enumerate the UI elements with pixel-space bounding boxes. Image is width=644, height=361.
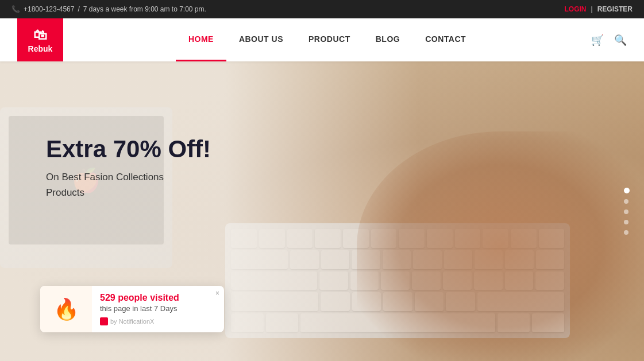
top-bar-right: LOGIN | REGISTER — [565, 5, 633, 13]
nav-icons: 🛒 🔍 — [591, 34, 627, 46]
header: 🛍 Rebuk HOME ABOUT US PRODUCT BLOG CONTA… — [0, 18, 644, 61]
login-link[interactable]: LOGIN — [565, 5, 587, 13]
logo-icon: 🛍 — [33, 27, 47, 43]
notification-count-text: 529 people visited — [100, 293, 216, 303]
phone-number: +1800-123-4567 — [24, 5, 74, 13]
main-nav: HOME ABOUT US PRODUCT BLOG CONTACT — [176, 18, 479, 61]
hand-decoration — [357, 131, 644, 361]
divider: / — [78, 5, 79, 13]
nav-contact[interactable]: CONTACT — [412, 18, 479, 61]
hero-section: 🍎 — [0, 61, 644, 361]
logo[interactable]: 🛍 Rebuk — [17, 18, 63, 61]
notification-brand: by NotificationX — [100, 317, 216, 325]
notification-count-label: people visited — [115, 293, 179, 302]
logo-text: Rebuk — [28, 44, 53, 53]
slider-dot-1[interactable] — [624, 188, 630, 193]
nav-about[interactable]: ABOUT US — [226, 18, 296, 61]
nav-blog[interactable]: BLOG — [363, 18, 412, 61]
hero-subtitle-line2: Products — [46, 187, 84, 198]
hero-content: Extra 70% Off! On Best Fasion Collection… — [46, 136, 211, 201]
slider-dot-3[interactable] — [624, 209, 628, 214]
notification-count-number: 529 — [100, 293, 115, 302]
hero-subtitle: On Best Fasion Collections Products — [46, 169, 211, 200]
hero-subtitle-line1: On Best Fasion Collections — [46, 172, 164, 183]
nav-product[interactable]: PRODUCT — [296, 18, 363, 61]
notification-content: × 529 people visited this page in last 7… — [92, 286, 224, 332]
top-bar-left: 📞 +1800-123-4567 / 7 days a week from 9:… — [11, 5, 206, 13]
nav-home[interactable]: HOME — [176, 18, 226, 61]
slider-dots — [624, 188, 630, 235]
slider-dot-2[interactable] — [624, 199, 628, 204]
top-bar: 📞 +1800-123-4567 / 7 days a week from 9:… — [0, 0, 644, 18]
cart-icon[interactable]: 🛒 — [591, 34, 604, 46]
notification-popup: 🔥 × 529 people visited this page in last… — [40, 286, 224, 332]
slider-dot-5[interactable] — [624, 230, 628, 235]
search-icon[interactable]: 🔍 — [614, 34, 627, 46]
notification-close-button[interactable]: × — [215, 289, 219, 297]
divider2: | — [591, 5, 593, 13]
notification-body-text: this page in last 7 Days — [100, 304, 216, 313]
hours-text: 7 days a week from 9:00 am to 7:00 pm. — [83, 5, 206, 13]
phone-icon: 📞 — [11, 5, 20, 13]
hero-title: Extra 70% Off! — [46, 136, 211, 162]
notification-brand-icon — [100, 317, 108, 325]
notification-flame-icon: 🔥 — [53, 297, 79, 321]
notification-icon-area: 🔥 — [40, 286, 92, 332]
slider-dot-4[interactable] — [624, 220, 628, 224]
notification-brand-label: by NotificationX — [110, 318, 154, 325]
register-link[interactable]: REGISTER — [597, 5, 633, 13]
